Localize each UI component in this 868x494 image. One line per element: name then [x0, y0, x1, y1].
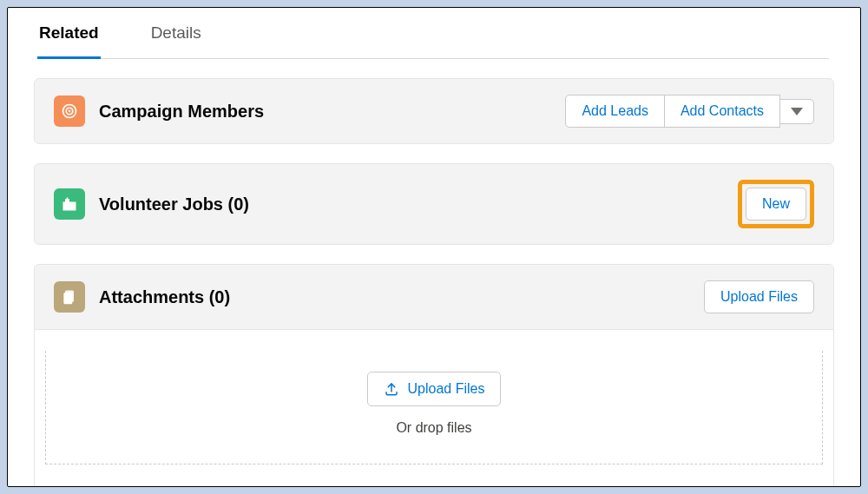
attachments-title[interactable]: Attachments (0) [99, 287, 230, 307]
tab-related[interactable]: Related [39, 8, 99, 58]
chevron-down-icon [791, 108, 803, 115]
volunteer-actions: New [738, 180, 814, 228]
highlight-frame: New [738, 180, 814, 228]
upload-files-dropzone-label: Upload Files [408, 381, 485, 397]
add-leads-button[interactable]: Add Leads [565, 95, 665, 128]
attachment-icon [54, 281, 85, 313]
volunteer-icon [54, 188, 85, 220]
upload-icon [384, 381, 399, 397]
drop-files-text: Or drop files [396, 420, 471, 436]
card-volunteer-jobs: Volunteer Jobs (0) New [34, 163, 834, 245]
campaign-members-title[interactable]: Campaign Members [99, 102, 264, 122]
card-attachments: Attachments (0) Upload Files [35, 265, 833, 330]
svg-point-2 [69, 110, 71, 113]
card-campaign-members: Campaign Members Add Leads Add Contacts [34, 78, 834, 144]
card-attachments-container: Attachments (0) Upload Files Upload File… [34, 264, 834, 487]
new-button[interactable]: New [746, 188, 806, 221]
upload-files-button[interactable]: Upload Files [704, 280, 814, 313]
volunteer-jobs-title[interactable]: Volunteer Jobs (0) [99, 194, 249, 214]
upload-files-dropzone-button[interactable]: Upload Files [367, 372, 502, 406]
attachments-actions: Upload Files [704, 280, 814, 313]
campaign-icon [54, 96, 85, 127]
campaign-actions: Add Leads Add Contacts [565, 95, 814, 128]
dropzone[interactable]: Upload Files Or drop files [35, 330, 833, 487]
related-panel: Related Details Campaign Members Add Lea… [7, 7, 861, 487]
add-contacts-button[interactable]: Add Contacts [664, 95, 780, 128]
tabs: Related Details [39, 8, 829, 59]
more-actions-button[interactable] [779, 99, 814, 124]
tab-details[interactable]: Details [151, 8, 201, 58]
